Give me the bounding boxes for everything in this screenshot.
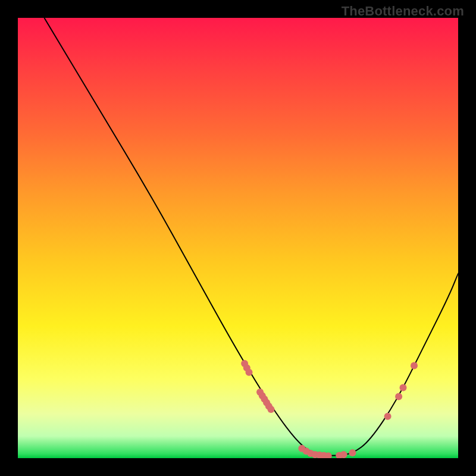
data-point — [268, 406, 275, 413]
plot-area — [18, 18, 458, 458]
data-point — [349, 449, 356, 456]
data-point — [395, 393, 402, 400]
chart-svg — [18, 18, 458, 458]
watermark-text: TheBottleneck.com — [342, 4, 464, 19]
data-point — [340, 451, 347, 458]
data-point — [411, 362, 418, 369]
chart-frame: TheBottleneck.com — [0, 0, 476, 476]
bottleneck-curve — [44, 18, 458, 456]
data-point — [246, 369, 253, 376]
data-point — [400, 384, 407, 392]
data-point — [384, 413, 392, 420]
